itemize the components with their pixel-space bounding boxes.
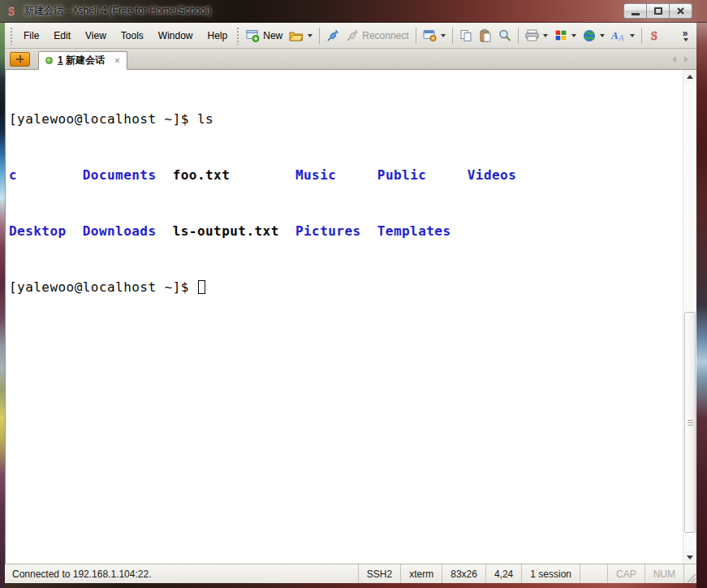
toolbar: File Edit View Tools Window Help New [5,23,696,49]
file-entry: foo.txt [173,167,231,183]
scrollbar-down-button[interactable] [683,551,696,564]
reconnect-label: Reconnect [362,30,408,41]
status-terminal-type: xterm [400,564,442,583]
close-icon [676,6,685,15]
xshell-app-icon: S [6,5,19,18]
terminal-line: Desktop Downloads ls-output.txt Pictures… [9,222,683,240]
maximize-button[interactable] [646,3,670,19]
font-button[interactable]: A A [608,27,638,44]
xshell-window: S 新建会话 - Xshell 4 (Free for Home/School)… [0,0,707,588]
plus-icon [16,55,24,63]
close-button[interactable] [669,3,692,19]
window-title: 新建会话 - Xshell 4 (Free for Home/School) [24,4,211,18]
scrollbar-thumb[interactable] [684,312,696,533]
menu-window[interactable]: Window [151,27,200,45]
terminal-cursor [198,280,205,294]
terminal-gap [157,167,173,183]
terminal-gap [361,223,377,239]
menubar-drag-handle[interactable] [10,27,13,45]
encoding-button[interactable] [580,27,608,45]
encoding-dropdown-icon [600,34,605,37]
directory-entry: Downloads [83,223,157,239]
print-button[interactable] [522,27,551,44]
thumb-grip-icon [688,420,693,421]
toolbar-separator [319,28,320,44]
session-properties-button[interactable] [420,27,449,45]
menu-view[interactable]: View [78,27,114,45]
connect-button[interactable] [323,27,343,45]
toolbar-overflow-button[interactable]: » [675,29,695,41]
toolbar-drag-handle[interactable] [236,27,239,45]
directory-entry: Public [377,167,427,183]
new-session-icon [246,29,260,42]
terminal-gap [279,223,295,239]
toolbar-separator [452,28,453,44]
terminal-container: [yalewoo@localhost ~]$ ls c Documents fo… [5,70,696,564]
font-icon: A A [611,29,626,41]
window-border-bottom [5,583,696,588]
menu-tools[interactable]: Tools [114,27,151,45]
directory-entry: Pictures [295,223,361,239]
session-properties-dropdown-icon [441,34,446,37]
menu-help[interactable]: Help [200,27,235,45]
new-tab-button[interactable] [10,52,30,67]
terminal-line: c Documents foo.txt Music Public Videos [9,166,683,184]
tab-scroll-right-icon[interactable] [684,56,688,63]
terminal-scrollbar[interactable] [683,70,696,564]
copy-icon [459,29,472,42]
xshell-brand-icon: S [649,29,662,42]
find-button[interactable] [495,27,515,45]
titlebar[interactable]: S 新建会话 - Xshell 4 (Free for Home/School) [0,0,707,23]
open-session-dropdown-icon [308,34,313,37]
svg-text:A: A [618,32,624,41]
xshell-home-button[interactable]: S [645,27,665,45]
session-properties-icon [423,29,437,42]
scrollbar-up-button[interactable] [683,70,696,83]
menu-file[interactable]: File [16,27,46,45]
directory-entry: Videos [468,167,517,183]
status-caps-lock: CAP [607,564,644,583]
resize-grip[interactable] [683,564,696,583]
toolbar-separator [518,28,519,44]
arrow-up-icon [687,75,693,79]
color-scheme-dropdown-icon [571,34,576,37]
terminal-buffer: [yalewoo@localhost ~]$ ls c Documents fo… [9,72,683,334]
paste-button[interactable] [476,27,495,45]
reconnect-button[interactable]: Reconnect [343,27,412,45]
directory-entry: Music [295,167,336,183]
toolbar-separator [641,28,642,44]
terminal-gap [230,167,295,183]
directory-entry: Desktop [9,223,67,239]
window-controls [623,3,692,19]
terminal-gap [426,167,467,183]
copy-button[interactable] [456,27,476,45]
terminal-gap [67,223,83,239]
tab-scroll-left-icon[interactable] [672,56,676,63]
reconnect-plug-icon [346,29,359,42]
font-dropdown-icon [630,34,635,37]
arrow-down-icon [687,556,693,560]
menu-edit[interactable]: Edit [46,27,78,45]
window-content: File Edit View Tools Window Help New [5,23,696,583]
connect-plug-icon [326,29,339,42]
minimize-button[interactable] [623,3,647,19]
overflow-chevron-icon: » [683,29,688,37]
print-dropdown-icon [543,34,548,37]
directory-entry: Documents [83,167,157,183]
thumb-grip-icon [688,422,693,423]
connection-status: Connected to 192.168.1.104:22. [5,564,358,583]
window-border-left [0,23,5,588]
color-scheme-button[interactable] [551,27,580,44]
connected-status-icon [45,57,53,64]
prompt-text: [yalewoo@localhost ~]$ [9,279,197,295]
resize-grip-icon [685,572,696,583]
terminal-gap [336,167,377,183]
tab-close-icon[interactable]: × [114,55,120,67]
statusbar: Connected to 192.168.1.104:22. SSH2 xter… [5,564,696,583]
status-num-lock: NUM [644,564,683,583]
open-session-button[interactable] [286,28,316,44]
tab-session-1[interactable]: 1 新建会话 × [38,51,127,70]
tabbar: 1 新建会话 × [5,49,696,70]
new-session-button[interactable]: New [243,27,286,45]
terminal-screen[interactable]: [yalewoo@localhost ~]$ ls c Documents fo… [5,70,683,564]
